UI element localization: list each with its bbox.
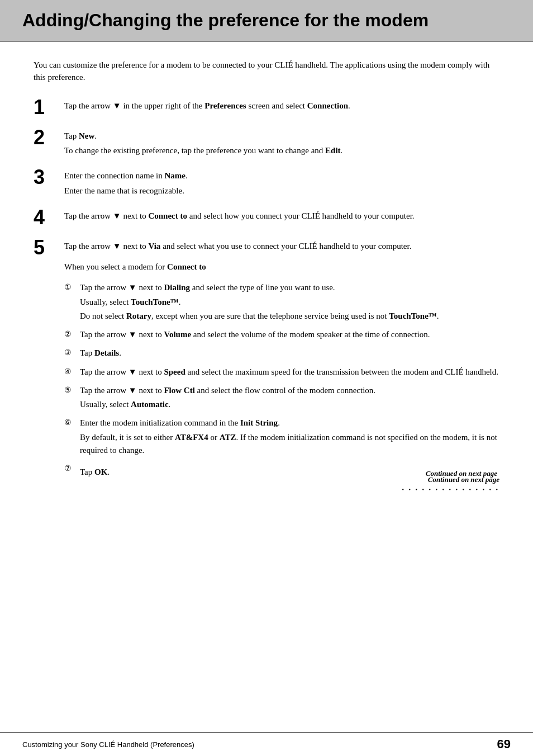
sub-step-2: ② Tap the arrow ▼ next to Volume and sel… xyxy=(64,328,499,341)
step-4-number: 4 xyxy=(34,207,64,228)
sub-step-3-line-1: Tap Details. xyxy=(80,347,499,360)
sub-step-1-content: Tap the arrow ▼ next to Dialing and sele… xyxy=(80,281,499,323)
sub-step-1-number: ① xyxy=(64,281,80,293)
step-5-content: Tap the arrow ▼ next to Via and select w… xyxy=(64,240,499,494)
page-container: Adding/Changing the preference for the m… xyxy=(0,0,533,756)
sub-step-5-line-2: Usually, select Automatic. xyxy=(80,398,499,411)
sub-step-5-number: ⑤ xyxy=(64,384,80,396)
sub-step-2-number: ② xyxy=(64,328,80,340)
page-header: Adding/Changing the preference for the m… xyxy=(0,0,533,42)
sub-step-3: ③ Tap Details. xyxy=(64,347,499,360)
sub-step-4-line-1: Tap the arrow ▼ next to Speed and select… xyxy=(80,366,499,379)
intro-text: You can customize the preference for a m… xyxy=(34,59,499,84)
step-1-content: Tap the arrow ▼ in the upper right of th… xyxy=(64,100,499,112)
sub-step-4-number: ④ xyxy=(64,366,80,377)
sub-step-2-content: Tap the arrow ▼ next to Volume and selec… xyxy=(80,328,499,341)
sub-step-2-line-1: Tap the arrow ▼ next to Volume and selec… xyxy=(80,328,499,341)
step-3-sub: Enter the name that is recognizable. xyxy=(64,185,499,197)
step-5: 5 Tap the arrow ▼ next to Via and select… xyxy=(34,240,499,494)
sub-step-3-content: Tap Details. xyxy=(80,347,499,360)
sub-step-6-content: Enter the modem initialization command i… xyxy=(80,417,499,457)
continued-dots: • • • • • • • • • • • • • • • xyxy=(402,486,499,493)
content-area: You can customize the preference for a m… xyxy=(0,59,533,551)
sub-step-7-number: ⑦ xyxy=(64,462,80,474)
sub-step-5: ⑤ Tap the arrow ▼ next to Flow Ctl and s… xyxy=(64,384,499,412)
sub-step-6: ⑥ Enter the modem initialization command… xyxy=(64,417,499,457)
step-3-text: Enter the connection name in Name. xyxy=(64,169,499,182)
sub-step-1-line-3: Do not select Rotary, except when you ar… xyxy=(80,310,499,323)
sub-step-6-line-1: Enter the modem initialization command i… xyxy=(80,417,499,429)
page-title: Adding/Changing the preference for the m… xyxy=(22,10,511,31)
sub-step-1-line-2: Usually, select TouchTone™. xyxy=(80,296,499,309)
modem-intro: When you select a modem for Connect to xyxy=(64,261,499,273)
step-1-text: Tap the arrow ▼ in the upper right of th… xyxy=(64,100,499,112)
sub-step-1-line-1: Tap the arrow ▼ next to Dialing and sele… xyxy=(80,281,499,294)
step-2-sub: To change the existing preference, tap t… xyxy=(64,144,499,157)
step-3-number: 3 xyxy=(34,167,64,187)
sub-step-7-line-1: Tap OK. xyxy=(80,466,110,479)
step-3-content: Enter the connection name in Name. Enter… xyxy=(64,169,499,197)
step-4-text: Tap the arrow ▼ next to Connect to and s… xyxy=(64,210,499,223)
step-3: 3 Enter the connection name in Name. Ent… xyxy=(34,169,499,197)
step-1-number: 1 xyxy=(34,97,64,117)
step-1: 1 Tap the arrow ▼ in the upper right of … xyxy=(34,100,499,117)
sub-step-6-number: ⑥ xyxy=(64,417,80,428)
step-4: 4 Tap the arrow ▼ next to Connect to and… xyxy=(34,210,499,228)
step-2: 2 Tap New. To change the existing prefer… xyxy=(34,130,499,158)
step-2-content: Tap New. To change the existing preferen… xyxy=(64,130,499,158)
sub-step-5-line-1: Tap the arrow ▼ next to Flow Ctl and sel… xyxy=(80,384,499,397)
sub-step-3-number: ③ xyxy=(64,347,80,358)
step-2-text: Tap New. xyxy=(64,130,499,143)
sub-steps: ① Tap the arrow ▼ next to Dialing and se… xyxy=(64,281,499,479)
continued-note: Continued on next page xyxy=(428,475,499,484)
modem-note: When you select a modem for Connect to ①… xyxy=(64,261,499,479)
page-footer: Customizing your Sony CLIÉ Handheld (Pre… xyxy=(0,732,533,756)
step-2-number: 2 xyxy=(34,127,64,148)
sub-step-1: ① Tap the arrow ▼ next to Dialing and se… xyxy=(64,281,499,323)
sub-step-4-content: Tap the arrow ▼ next to Speed and select… xyxy=(80,366,499,379)
step-5-number: 5 xyxy=(34,238,64,258)
sub-step-5-content: Tap the arrow ▼ next to Flow Ctl and sel… xyxy=(80,384,499,412)
sub-step-6-line-2: By default, it is set to either AT&FX4 o… xyxy=(80,431,499,457)
footer-page-number: 69 xyxy=(497,737,511,752)
step-5-text: Tap the arrow ▼ next to Via and select w… xyxy=(64,240,499,253)
sub-step-4: ④ Tap the arrow ▼ next to Speed and sele… xyxy=(64,366,499,379)
footer-left-text: Customizing your Sony CLIÉ Handheld (Pre… xyxy=(22,740,194,749)
step-4-content: Tap the arrow ▼ next to Connect to and s… xyxy=(64,210,499,223)
